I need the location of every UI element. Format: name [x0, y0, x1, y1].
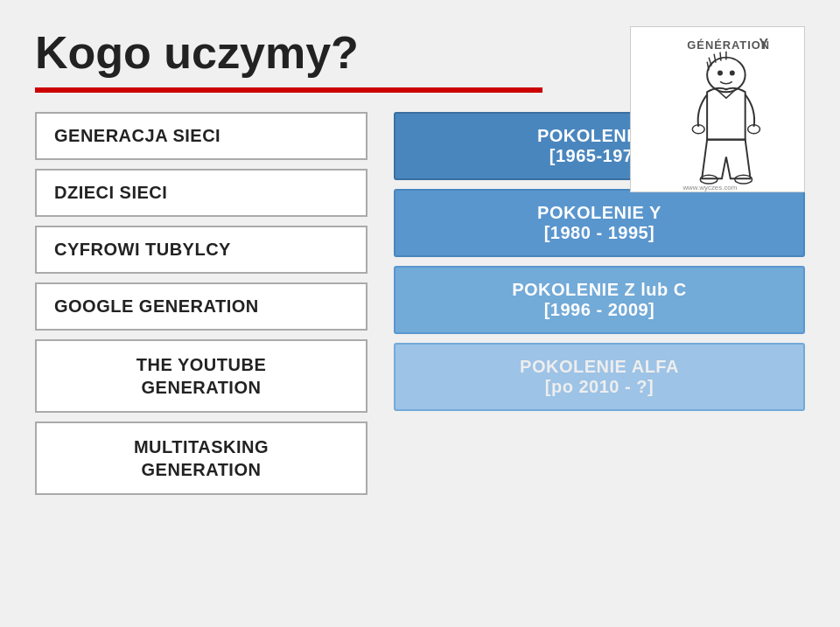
left-box-youtube-generation: THE YOUTUBEGENERATION [35, 339, 368, 413]
cartoon-image-area: GÉNÉRATION Y [630, 26, 805, 192]
left-box-generacja-sieci: GENERACJA SIECI [35, 112, 368, 160]
left-box-dzieci-sieci: DZIECI SIECI [35, 169, 368, 217]
left-box-cyfrowi-tubylcy: CYFROWI TUBYLCY [35, 226, 368, 274]
svg-point-10 [730, 70, 735, 75]
left-column: GENERACJA SIECI DZIECI SIECI CYFROWI TUB… [35, 112, 368, 495]
left-box-google-generation: GOOGLE GENERATION [35, 282, 368, 331]
svg-rect-0 [631, 27, 804, 192]
right-box-pokolenie-y: POKOLENIE Y[1980 - 1995] [394, 189, 805, 257]
svg-text:www.wyczes.com: www.wyczes.com [682, 184, 737, 192]
svg-line-7 [720, 52, 721, 61]
left-box-multitasking-generation: MULTITASKINGGENERATION [35, 421, 368, 495]
cartoon-svg: GÉNÉRATION Y [631, 27, 804, 192]
right-box-pokolenie-z: POKOLENIE Z lub C[1996 - 2009] [394, 266, 805, 334]
slide: Kogo uczymy? GÉNÉRATION Y [0, 0, 840, 627]
red-divider [35, 87, 542, 93]
svg-point-9 [718, 70, 723, 75]
right-box-pokolenie-alfa: POKOLENIE ALFA[po 2010 - ?] [394, 343, 805, 411]
cartoon-placeholder: GÉNÉRATION Y [630, 26, 805, 192]
svg-text:GÉNÉRATION: GÉNÉRATION [687, 38, 770, 52]
svg-text:Y: Y [759, 37, 768, 52]
